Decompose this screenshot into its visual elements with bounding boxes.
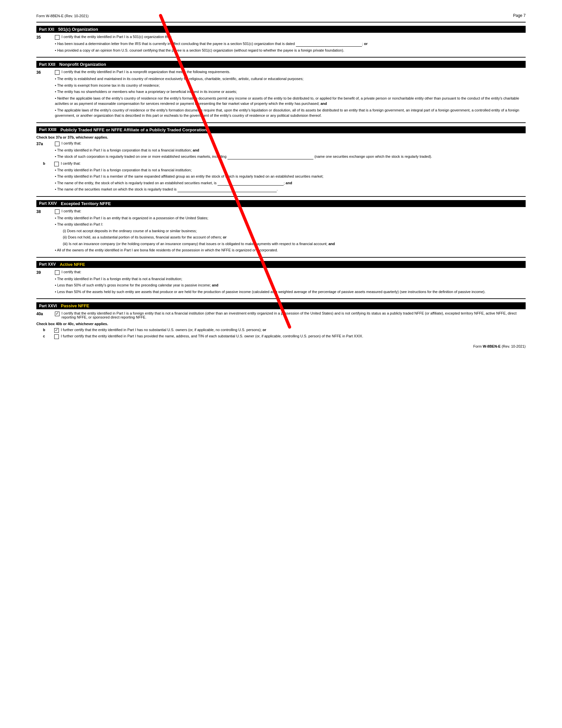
divider-xxiv: [36, 196, 526, 197]
section-35-row: 35 I certify that the entity identified …: [36, 35, 526, 40]
bottom-footer: Form W-8BEN-E (Rev. 10-2021): [36, 344, 526, 348]
section-37b-row: b I certify that:: [43, 161, 526, 166]
bullet-38-1: • The entity identified in Part I is an …: [55, 215, 526, 221]
field-35-date[interactable]: [296, 42, 362, 47]
part-xxi-title: 501(c) Organization: [58, 27, 98, 32]
section-35-num: 35: [36, 35, 53, 40]
section-39-num: 39: [36, 270, 53, 275]
part-xxii-num: Part XXII: [39, 62, 55, 67]
bullet-36-3: • The entity has no shareholders or memb…: [55, 89, 526, 95]
part-xxiii-title: Publicly Traded NFFE or NFFE Affiliate o…: [61, 127, 207, 132]
section-38-text: I certify that:: [62, 209, 81, 213]
part-xxiv-num: Part XXIV: [39, 201, 57, 206]
bullet-37b-1: • The entity identified in Part I is a f…: [55, 167, 526, 173]
section-39-content: I certify that:: [55, 270, 526, 275]
part-xxii-header: Part XXII Nonprofit Organization: [36, 61, 526, 68]
bullet-37b-4: • The name of the securities market on w…: [55, 187, 526, 192]
bullet-36-4: • Neither the applicable laws of the ent…: [55, 96, 526, 107]
section-40a-num: 40a: [36, 311, 53, 316]
bullet-37a-1: • The entity identified in Part I is a f…: [55, 148, 526, 153]
bullet-38-2: • The entity identified in Part I:: [55, 222, 526, 227]
section-36-num: 36: [36, 70, 53, 75]
part-xxiv-header: Part XXIV Excepted Territory NFFE: [36, 200, 526, 207]
section-40a-row: 40a I certify that the entity identified…: [36, 311, 526, 319]
checkbox-40a[interactable]: [55, 312, 60, 316]
checkbox-38[interactable]: [55, 209, 60, 214]
checkbox-35[interactable]: [55, 35, 60, 40]
section-40b-content: I further certify that the entity identi…: [54, 328, 526, 333]
section-35-content: I certify that the entity identified in …: [55, 35, 526, 40]
top-divider: [36, 22, 526, 22]
part-xxvi-num: Part XXVI: [39, 304, 57, 308]
section-37a-row: 37a I certify that:: [36, 141, 526, 146]
form-title-top: Form W-8BEN-E (Rev. 10-2021): [36, 14, 89, 18]
part-xxi-num: Part XXI: [39, 27, 54, 32]
section-40b-row: b I further certify that the entity iden…: [43, 328, 526, 333]
section-38-num: 38: [36, 209, 53, 214]
bullet-37b-3: • The name of the entity, the stock of w…: [55, 180, 526, 186]
part-xxii-title: Nonprofit Organization: [59, 62, 106, 67]
bullet-38-sub-i: (i) Does not accept deposits in the ordi…: [63, 228, 526, 234]
section-40a-text: I certify that the entity identified in …: [62, 311, 526, 319]
bullet-39-2: • Less than 50% of such entity's gross i…: [55, 282, 526, 288]
bullet-38-3: • All of the owners of the entity identi…: [55, 247, 526, 253]
bullet-36-5: • The applicable laws of the entity's co…: [55, 107, 526, 118]
section-39-text: I certify that:: [62, 270, 81, 274]
section-37a-text: I certify that:: [62, 141, 81, 145]
part-xxv-title: Active NFFE: [60, 262, 85, 267]
footer-form-name: Form W-8BEN-E (Rev. 10-2021): [473, 344, 526, 348]
part-xxi-header: Part XXI 501(c) Organization: [36, 26, 526, 33]
divider-xxii: [36, 57, 526, 58]
bullet-37a-2: • The stock of such corporation is regul…: [55, 154, 526, 159]
bullet-35-2: • Has provided a copy of an opinion from…: [55, 48, 526, 53]
section-40a-content: I certify that the entity identified in …: [55, 311, 526, 319]
bullet-39-3: • Less than 50% of the assets held by su…: [55, 289, 526, 295]
check-instruction-37: Check box 37a or 37b, whichever applies.: [36, 135, 526, 139]
section-40c-text: I further certify that the entity identi…: [61, 334, 363, 338]
section-38-row: 38 I certify that:: [36, 209, 526, 214]
top-bar: Form W-8BEN-E (Rev. 10-2021) Page Page 7…: [36, 13, 526, 18]
divider-xxiii: [36, 122, 526, 123]
field-37b-name[interactable]: [218, 181, 283, 186]
section-37b-alpha: b: [43, 161, 53, 165]
divider-xxvi: [36, 298, 526, 299]
part-xxiv-title: Excepted Territory NFFE: [61, 201, 111, 206]
checkbox-36[interactable]: [55, 70, 60, 75]
part-xxvi-title: Passive NFFE: [61, 303, 89, 308]
bullet-37b-2: • The entity identified in Part I is a m…: [55, 174, 526, 179]
page-number: Page Page 77: [513, 13, 526, 18]
part-xxv-header: Part XXV Active NFFE: [36, 261, 526, 268]
section-37b-text: I certify that:: [61, 161, 81, 165]
checkbox-37a[interactable]: [55, 142, 60, 146]
bullet-36-2: • The entity is exempt from income tax i…: [55, 83, 526, 88]
bullet-36-1: • The entity is established and maintain…: [55, 76, 526, 82]
check-instruction-40: Check box 40b or 40c, whichever applies.: [36, 322, 526, 326]
divider-xxv: [36, 257, 526, 258]
section-37a-num: 37a: [36, 141, 53, 146]
part-xxv-num: Part XXV: [39, 262, 56, 267]
section-37b-content: I certify that:: [54, 161, 526, 166]
checkbox-40b[interactable]: [54, 328, 59, 333]
section-40b-text: I further certify that the entity identi…: [61, 328, 266, 332]
checkbox-40c[interactable]: [54, 334, 59, 339]
section-40c-alpha: c: [43, 334, 53, 338]
part-xxiii-num: Part XXIII: [39, 127, 57, 132]
section-36-row: 36 I certify that the entity identified …: [36, 70, 526, 75]
section-39-row: 39 I certify that:: [36, 270, 526, 275]
section-35-text: I certify that the entity identified in …: [62, 35, 172, 39]
field-37b-market[interactable]: [178, 188, 277, 192]
checkbox-37b[interactable]: [54, 162, 59, 166]
checkbox-39[interactable]: [55, 270, 60, 275]
section-38-content: I certify that:: [55, 209, 526, 214]
bullet-38-sub-iii: (iii) Is not an insurance company (or th…: [63, 241, 526, 247]
section-36-content: I certify that the entity identified in …: [55, 70, 526, 75]
part-xxvi-header: Part XXVI Passive NFFE: [36, 302, 526, 309]
bullet-35-1: • Has been issued a determination letter…: [55, 41, 526, 47]
section-36-text: I certify that the entity identified in …: [62, 70, 231, 74]
section-40b-alpha: b: [43, 328, 53, 332]
bullet-38-sub-ii: (ii) Does not hold, as a substantial por…: [63, 235, 526, 240]
bullet-39-1: • The entity identified in Part I is a f…: [55, 276, 526, 282]
part-xxiii-header: Part XXIII Publicly Traded NFFE or NFFE …: [36, 126, 526, 133]
section-40c-row: c I further certify that the entity iden…: [43, 334, 526, 339]
field-37a-market[interactable]: [228, 155, 313, 159]
